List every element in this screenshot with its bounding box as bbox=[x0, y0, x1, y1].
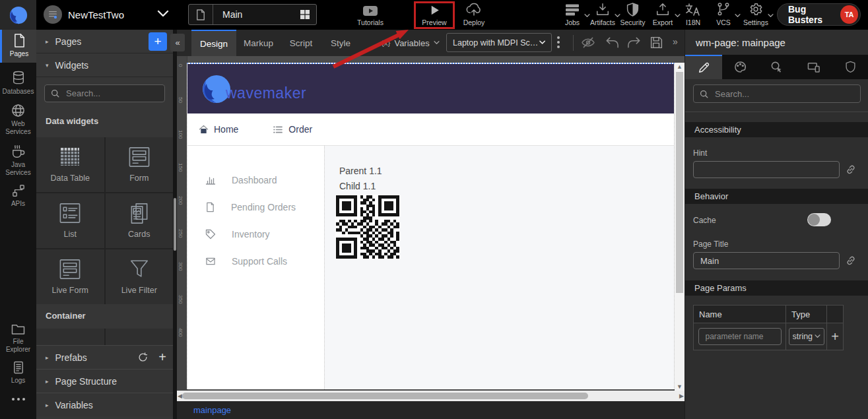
scroll-left-arrow[interactable]: ◀ bbox=[178, 393, 182, 399]
prefabs-add-button[interactable]: + bbox=[158, 350, 166, 365]
nav-item-home[interactable]: Home bbox=[199, 124, 238, 135]
canvas-horizontal-scrollbar[interactable]: ◀ ▶ bbox=[177, 391, 684, 401]
preview-eye-off-icon[interactable] bbox=[581, 36, 595, 49]
rail-more-button[interactable] bbox=[0, 398, 36, 401]
param-name-cell bbox=[694, 323, 786, 350]
expand-right-panel-icon[interactable]: » bbox=[673, 36, 678, 47]
rail-item-pages[interactable]: Pages bbox=[0, 30, 36, 63]
variables-expand-icon: ▸ bbox=[46, 402, 49, 408]
widget-list[interactable]: List bbox=[36, 193, 104, 248]
rail-item-logs[interactable]: Logs bbox=[0, 361, 36, 385]
widget-data-table[interactable]: Data Table bbox=[36, 137, 104, 192]
scroll-right-arrow[interactable]: ▶ bbox=[679, 393, 684, 399]
security-button[interactable]: Security bbox=[618, 2, 648, 28]
hint-input[interactable] bbox=[693, 161, 840, 178]
tab-markup[interactable]: Markup bbox=[236, 30, 281, 56]
widgets-section-header[interactable]: ▾ Widgets bbox=[36, 53, 173, 77]
rail-item-java-services[interactable]: Java Services bbox=[0, 145, 36, 176]
tab-script[interactable]: Script bbox=[281, 30, 321, 56]
page-structure-section-header[interactable]: ▸ Page Structure bbox=[36, 369, 173, 393]
page-grid-icon[interactable] bbox=[300, 9, 310, 20]
behavior-header[interactable]: Behavior bbox=[685, 189, 868, 204]
tab-devices[interactable] bbox=[795, 55, 832, 79]
canvas-header[interactable]: wavemaker bbox=[187, 64, 674, 113]
wavemaker-logo[interactable] bbox=[0, 0, 36, 30]
prefabs-section-header[interactable]: ▸ Prefabs + bbox=[36, 345, 173, 369]
search-icon bbox=[51, 89, 59, 98]
widget-live-filter[interactable]: Live Filter bbox=[106, 249, 174, 304]
tab-styles[interactable] bbox=[722, 55, 759, 79]
widget-live-form[interactable]: Live Form bbox=[36, 249, 104, 304]
collapse-panel-button[interactable]: « bbox=[170, 34, 185, 51]
menu-item-dashboard[interactable]: Dashboard bbox=[205, 175, 277, 185]
undo-icon[interactable] bbox=[606, 37, 619, 48]
redo-icon[interactable] bbox=[627, 37, 640, 48]
variables-section-header[interactable]: ▸ Variables bbox=[36, 393, 173, 416]
param-name-input[interactable] bbox=[698, 328, 782, 345]
menu-item-pending-orders[interactable]: Pending Orders bbox=[205, 202, 296, 212]
team-button[interactable]: Bug Busters TA bbox=[777, 3, 861, 26]
open-page-tab[interactable]: mainpage bbox=[193, 405, 231, 415]
rail-item-databases[interactable]: Databases bbox=[0, 71, 36, 96]
widget-search[interactable] bbox=[44, 84, 165, 102]
preview-button[interactable]: Preview bbox=[415, 2, 453, 28]
i18n-button[interactable]: I18N bbox=[679, 2, 708, 28]
page-title-input[interactable] bbox=[693, 252, 840, 269]
accessibility-header[interactable]: Accessibility bbox=[685, 122, 868, 137]
scroll-down-arrow[interactable]: ▼ bbox=[677, 383, 683, 390]
artifacts-menu[interactable]: Artifacts bbox=[587, 2, 618, 28]
tab-events[interactable] bbox=[758, 55, 795, 79]
rail-item-file-explorer[interactable]: File Explorer bbox=[0, 323, 36, 353]
property-search[interactable] bbox=[693, 84, 861, 103]
cache-toggle[interactable] bbox=[807, 213, 831, 226]
more-options-kebab[interactable] bbox=[557, 36, 560, 48]
widget-search-input[interactable] bbox=[65, 88, 158, 99]
shield-outline-icon bbox=[845, 61, 856, 73]
export-menu[interactable]: Export bbox=[648, 2, 678, 28]
prefabs-refresh-icon[interactable] bbox=[138, 352, 148, 362]
data-widgets-header: Data widgets bbox=[46, 116, 98, 126]
tab-properties[interactable] bbox=[685, 55, 722, 79]
add-param-button[interactable]: + bbox=[831, 329, 839, 344]
variables-dropdown[interactable]: {x} Variables bbox=[382, 30, 440, 56]
property-search-input[interactable] bbox=[714, 88, 854, 100]
add-page-button[interactable]: + bbox=[149, 32, 167, 51]
settings-menu[interactable]: Settings bbox=[739, 2, 772, 28]
widget-panel-partial[interactable] bbox=[106, 329, 174, 345]
nav-item-order[interactable]: Order bbox=[273, 124, 312, 135]
widget-container-partial[interactable] bbox=[36, 329, 104, 345]
horizontal-scrollbar-thumb[interactable] bbox=[182, 393, 588, 399]
user-avatar[interactable]: TA bbox=[840, 5, 858, 24]
panel-scrollbar-thumb[interactable] bbox=[174, 198, 176, 251]
page-selector[interactable]: Main bbox=[188, 4, 317, 25]
canvas-brand-text: wavemaker bbox=[226, 84, 306, 102]
rail-item-apis[interactable]: APIs bbox=[0, 184, 36, 208]
widget-form[interactable]: Form bbox=[106, 137, 174, 192]
widget-cards[interactable]: Cards bbox=[106, 193, 174, 248]
save-icon[interactable] bbox=[650, 36, 663, 49]
canvas-body: Dashboard Pending Orders Inventory bbox=[187, 146, 674, 389]
deploy-button[interactable]: Deploy bbox=[455, 2, 493, 28]
project-chevron-down-icon[interactable] bbox=[157, 10, 169, 18]
pages-section-header[interactable]: ▸ Pages + bbox=[36, 30, 173, 53]
menu-item-inventory[interactable]: Inventory bbox=[205, 229, 270, 240]
scroll-up-arrow[interactable]: ▲ bbox=[677, 63, 683, 70]
parent-label: Parent 1.1 bbox=[339, 166, 382, 176]
rail-item-web-services[interactable]: Web Services bbox=[0, 104, 36, 135]
device-selector[interactable]: Laptop with MDPI Screen bbox=[446, 33, 552, 52]
tutorials-button[interactable]: Tutorials bbox=[351, 2, 390, 28]
param-type-select[interactable]: string bbox=[789, 328, 824, 345]
page-title-bind-link-icon[interactable] bbox=[846, 255, 856, 266]
canvas-vertical-scrollbar[interactable]: ▲ ▼ bbox=[675, 63, 684, 391]
container-header: Container bbox=[46, 311, 86, 321]
hint-bind-link-icon[interactable] bbox=[846, 164, 856, 175]
tab-design[interactable]: Design bbox=[191, 30, 236, 56]
vcs-menu[interactable]: VCS bbox=[709, 2, 738, 28]
vertical-scrollbar-thumb[interactable] bbox=[676, 72, 683, 293]
menu-item-support-calls[interactable]: Support Calls bbox=[205, 256, 287, 267]
tab-security[interactable] bbox=[832, 55, 868, 79]
page-canvas[interactable]: wavemaker Home Order bbox=[187, 63, 675, 389]
page-params-header[interactable]: Page Params bbox=[685, 280, 868, 296]
jobs-menu[interactable]: Jobs bbox=[557, 2, 587, 28]
tab-style[interactable]: Style bbox=[321, 30, 360, 56]
